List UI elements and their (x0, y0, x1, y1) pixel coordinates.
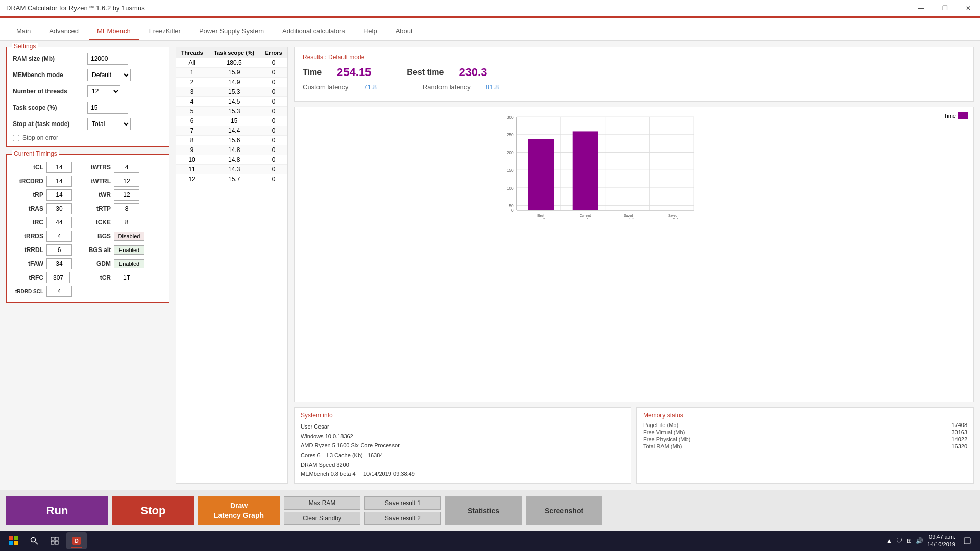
trdrd-input[interactable] (46, 286, 72, 297)
trtp-label: tRTP (75, 205, 111, 212)
tab-additional[interactable]: Additional calculators (274, 23, 353, 40)
svg-text:100: 100 (507, 186, 514, 191)
svg-text:result_1: result_1 (623, 218, 634, 219)
twtrl-input[interactable] (114, 176, 139, 187)
window-controls: — ❐ ✕ (910, 0, 980, 16)
free-physical-value: 14022 (951, 436, 967, 442)
trfc-label: tRFC (13, 274, 43, 281)
timings-group: Current Timings tCL tWTRS tRCDRD tWTRL t… (6, 154, 169, 303)
bottom-bar: Run Stop Draw Latency Graph Max RAM Clea… (0, 490, 980, 531)
clear-standby-button[interactable]: Clear Standby (284, 512, 360, 525)
table-row: 1215.70 (176, 174, 287, 184)
statistics-button[interactable]: Statistics (445, 496, 522, 525)
total-ram-value: 16320 (951, 443, 967, 449)
col-threads: Threads (176, 47, 208, 58)
minimize-button[interactable]: — (910, 0, 933, 16)
trrrl-input[interactable] (46, 244, 72, 256)
pagefile-label: PageFile (Mb) (643, 422, 946, 428)
table-row: 515.30 (176, 107, 287, 116)
free-virtual-value: 30163 (951, 429, 967, 435)
tab-help[interactable]: Help (355, 23, 385, 40)
legend-color-box (958, 112, 968, 119)
table-row: 914.80 (176, 145, 287, 155)
svg-text:result: result (581, 218, 590, 219)
trrds-label: tRRDS (13, 233, 43, 240)
bar-current (573, 131, 598, 210)
latency-row: Custom latency 71.8 Random latency 81.8 (303, 83, 965, 91)
system-info-text: User Cesar Windows 10.0.18362 AMD Ryzen … (301, 422, 625, 479)
taskbar-datetime: 09:47 a.m. 14/10/2019 (927, 533, 955, 549)
tab-main[interactable]: Main (8, 23, 39, 40)
table-row: 1114.30 (176, 165, 287, 174)
trrds-input[interactable] (46, 231, 72, 242)
volume-tray-icon[interactable]: 🔊 (916, 537, 923, 544)
stop-at-select[interactable]: Total (87, 118, 131, 130)
nvidia-tray-icon[interactable]: ▲ (886, 537, 892, 544)
table-row: 714.40 (176, 126, 287, 136)
network-tray-icon[interactable]: ⊞ (906, 537, 912, 544)
results-header: Results : Default mode (303, 54, 965, 61)
tras-input[interactable] (46, 203, 72, 214)
ram-size-input[interactable] (87, 53, 128, 65)
trfc-input[interactable] (46, 272, 70, 283)
tcke-label: tCKE (75, 219, 111, 226)
tab-about[interactable]: About (387, 23, 421, 40)
table-row: 6150 (176, 116, 287, 126)
tcr-input[interactable] (114, 272, 139, 283)
tab-freezkiller[interactable]: FreezKiller (141, 23, 189, 40)
svg-text:Saved: Saved (624, 214, 633, 217)
stop-at-label: Stop at (task mode) (13, 120, 84, 128)
membench-mode-select[interactable]: Default (87, 69, 131, 81)
svg-rect-48 (55, 541, 58, 544)
results-box: Results : Default mode Time 254.15 Best … (294, 47, 974, 102)
stop-on-error-checkbox[interactable] (13, 135, 19, 141)
table-row: 815.60 (176, 136, 287, 145)
tab-power[interactable]: Power Supply System (191, 23, 272, 40)
search-button[interactable] (26, 532, 43, 549)
num-threads-select[interactable]: 12 (87, 85, 120, 97)
tfaw-input[interactable] (46, 258, 72, 269)
random-latency-value: 81.8 (486, 83, 499, 91)
settings-group: Settings RAM size (Mb) MEMbench mode Def… (6, 47, 169, 147)
draw-button[interactable]: Draw Latency Graph (198, 496, 280, 525)
max-ram-button[interactable]: Max RAM (284, 496, 360, 510)
total-ram-label: Total RAM (Mb) (643, 443, 946, 449)
taskbar-date-display: 14/10/2019 (927, 541, 955, 548)
task-scope-input[interactable] (87, 102, 128, 114)
screenshot-button[interactable]: Screenshot (526, 496, 602, 525)
tab-membench[interactable]: MEMbench (89, 23, 139, 40)
settings-title: Settings (12, 43, 38, 50)
taskview-button[interactable] (46, 532, 63, 549)
custom-latency-value: 71.8 (364, 83, 377, 91)
save-result-2-button[interactable]: Save result 2 (364, 512, 441, 525)
table-row: 1014.80 (176, 155, 287, 165)
trcdrd-input[interactable] (46, 176, 72, 187)
svg-text:300: 300 (507, 115, 514, 120)
trtp-input[interactable] (114, 203, 139, 214)
restore-button[interactable]: ❐ (933, 0, 957, 16)
chart-legend: Time (944, 112, 968, 119)
svg-line-44 (35, 542, 38, 544)
twr-input[interactable] (114, 189, 139, 201)
twtrs-input[interactable] (114, 162, 139, 173)
gdm-label: GDM (75, 260, 111, 267)
run-button[interactable]: Run (6, 496, 108, 525)
svg-text:Best: Best (537, 214, 544, 217)
trp-input[interactable] (46, 189, 72, 201)
tcl-input[interactable] (46, 162, 72, 173)
close-button[interactable]: ✕ (957, 0, 980, 16)
start-button[interactable] (4, 532, 22, 550)
shield-tray-icon[interactable]: 🛡 (896, 537, 902, 544)
stop-button[interactable]: Stop (112, 496, 194, 525)
bar-best (528, 139, 554, 210)
taskbar: D ▲ 🛡 ⊞ 🔊 09:47 a.m. 14/10/2019 (0, 531, 980, 551)
membench-mode-row: MEMbench mode Default (13, 69, 163, 81)
tcke-input[interactable] (114, 217, 139, 228)
dram-calc-taskbar[interactable]: D (66, 532, 87, 549)
tab-advanced[interactable]: Advanced (41, 23, 87, 40)
svg-text:250: 250 (507, 133, 514, 137)
trc-input[interactable] (46, 217, 72, 228)
save-result-1-button[interactable]: Save result 1 (364, 496, 441, 510)
notification-button[interactable] (959, 532, 976, 549)
app-title: DRAM Calculator for Ryzen™ 1.6.2 by 1usm… (6, 4, 974, 12)
